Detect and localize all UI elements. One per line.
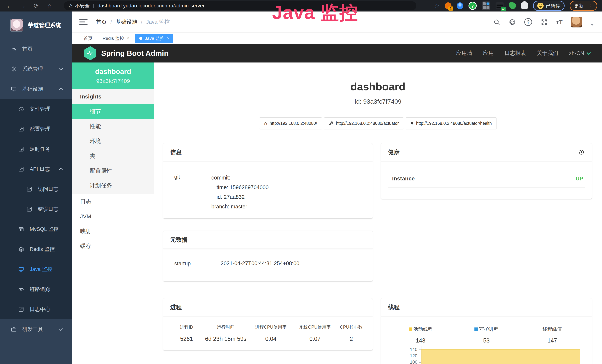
close-icon[interactable]: × [127,36,129,41]
metadata-value: 2021-04-27T00:44:31.254+08:00 [221,260,300,267]
address-divider: | [93,3,94,9]
sidebar-item-error-log[interactable]: 错误日志 [0,199,72,219]
font-size-icon[interactable]: тT [556,19,563,25]
sidebar-item-file[interactable]: 文件管理 [0,99,72,119]
sidebar-item-job[interactable]: 定时任务 [0,139,72,159]
sba-instance-header[interactable]: dashboard 93a3fc7f7409 [72,63,154,89]
sidebar-item-label: 配置管理 [30,126,50,133]
sidebar-item-infra[interactable]: 基础设施 [0,79,72,99]
help-icon[interactable]: ? [524,18,532,26]
address-bar[interactable]: ⚠ 不安全 | dashboard.yudao.iocoder.cn/infra… [64,1,416,10]
fullscreen-icon[interactable] [541,19,548,26]
sba-nav-wallboard[interactable]: 应用墙 [456,50,472,57]
sba-side-item-caches[interactable]: 缓存 [72,239,154,254]
tab-redis-monitor[interactable]: Redis 监控 × [99,34,133,43]
breadcrumb-infra[interactable]: 基础设施 [116,18,137,26]
card-title: 进程 [170,303,182,311]
sba-insights-group: Insights 细节 性能 环境 类 配置属性 计划任务 [72,89,154,194]
sidebar-item-label: 基础设施 [22,86,43,93]
hamburger-icon[interactable] [79,19,87,25]
sidebar-item-system[interactable]: 系统管理 [0,59,72,79]
bookmark-star-icon[interactable]: ☆ [434,2,440,9]
avatar[interactable] [571,17,582,27]
breadcrumb-separator: / [110,19,112,25]
tab-label: Redis 监控 [103,35,124,41]
close-icon[interactable]: × [167,36,170,41]
caret-down-icon[interactable] [591,24,594,26]
sidebar-item-label: 链路追踪 [30,286,50,293]
sidebar-item-home[interactable]: 首页 [0,39,72,59]
sba-side-item-classes[interactable]: 类 [72,149,154,163]
sidebar-item-java[interactable]: Java 监控 [0,259,72,279]
metadata-startup-row: startup 2021-04-27T00:44:31.254+08:00 [170,256,366,271]
sidebar-item-log-center[interactable]: 日志中心 [0,299,72,319]
legend-live-threads: 活动线程 143 [388,326,453,344]
history-icon[interactable] [578,149,585,156]
profile-chip[interactable]: 已暂停 [533,1,565,11]
sba-side-item-jvm[interactable]: JVM [72,209,154,224]
briefcase-icon [11,326,17,332]
ext-icon-leaf[interactable] [509,2,516,9]
profile-chip-label: 已暂停 [546,3,560,9]
warning-icon: ⚠ [69,3,73,9]
ext-icon-switch[interactable]: on [495,2,504,9]
endpoint-actuator-link[interactable]: http://192.168.0.2:48080/actuator [324,117,404,129]
info-card-header: 信息 [163,143,373,161]
github-icon[interactable] [509,19,516,26]
sba-sidebar: dashboard 93a3fc7f7409 Insights 细节 性能 环境… [72,63,154,364]
ext-icon-grid[interactable] [482,1,490,10]
endpoint-url: http://192.168.0.2:48080/actuator/health [416,121,492,126]
sidebar-item-label: 错误日志 [38,206,59,213]
home-icon[interactable]: ⌂ [46,2,54,10]
sba-side-item-scheduled[interactable]: 计划任务 [72,178,154,193]
sba-side-item-configprops[interactable]: 配置属性 [72,163,154,178]
ext-icon-pin[interactable] [457,2,463,9]
breadcrumb-current: Java 监控 [146,18,170,26]
sba-brand[interactable]: Spring Boot Admin [101,49,169,57]
sba-nav-applications[interactable]: 应用 [483,50,494,57]
update-button[interactable]: 更新 ⋮ [570,1,597,11]
endpoint-url: http://192.168.0.2:48080/ [269,121,317,126]
sba-side-item-mappings[interactable]: 映射 [72,224,154,239]
sba-nav-journal[interactable]: 日志报表 [505,50,526,57]
endpoint-home-link[interactable]: ⌂ http://192.168.0.2:48080/ [259,117,322,129]
sba-side-item-logs[interactable]: 日志 [72,194,154,209]
sidebar-item-redis[interactable]: Redis 监控 [0,239,72,259]
back-icon[interactable]: ← [6,2,13,10]
sba-nav-about[interactable]: 关于我们 [537,50,558,57]
sidebar-item-label: 日志中心 [30,306,50,313]
sba-side-item-details[interactable]: 细节 [72,104,154,119]
sba-side-item-env[interactable]: 环境 [72,134,154,149]
tab-label: Java 监控 [145,35,164,41]
forward-icon[interactable]: → [19,2,27,10]
url-text[interactable]: dashboard.yudao.iocoder.cn/infra/admin-s… [97,3,205,9]
sidebar-item-access-log[interactable]: 访问日志 [0,179,72,199]
sba-nav-links: 应用墙 应用 日志报表 关于我们 zh-CN [456,50,590,57]
chevron-up-icon [59,168,63,172]
sba-side-item-metrics[interactable]: 性能 [72,119,154,134]
process-card-header: 进程 [163,298,373,316]
sidebar-item-mysql[interactable]: MySQL 监控 [0,219,72,239]
reload-icon[interactable]: ⟳ [32,2,40,10]
sidebar-item-config[interactable]: 配置管理 [0,119,72,139]
tab-java-monitor[interactable]: Java 监控 × [135,34,173,43]
ext-icon-orange[interactable]: 1 [445,2,452,9]
app-logo-row[interactable]: 芋道管理系统 [0,11,72,39]
kebab-menu-icon[interactable]: ⋮ [587,3,593,9]
search-icon[interactable] [493,19,500,26]
ext-icon-y[interactable]: y [469,2,477,10]
sidebar-item-trace[interactable]: 链路追踪 [0,279,72,299]
tab-home[interactable]: 首页 [80,34,97,43]
security-label[interactable]: 不安全 [75,3,90,9]
sidebar-item-label: 访问日志 [38,186,59,193]
dashboard-icon [11,46,17,52]
sidebar-item-label: 研发工具 [22,326,43,333]
breadcrumb-home[interactable]: 首页 [96,18,107,26]
sba-language-select[interactable]: zh-CN [569,50,590,56]
sba-logo-icon[interactable] [84,46,97,60]
endpoint-health-link[interactable]: ♥ http://192.168.0.2:48080/actuator/heal… [406,117,497,129]
log-icon [18,166,24,172]
extensions-puzzle-icon[interactable] [521,2,528,9]
sidebar-item-api-log[interactable]: API 日志 [0,159,72,179]
sidebar-item-devtools[interactable]: 研发工具 [0,319,72,339]
